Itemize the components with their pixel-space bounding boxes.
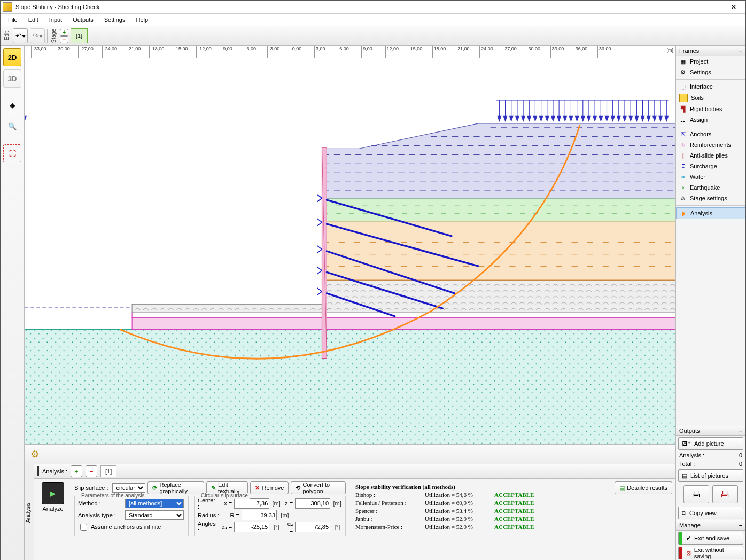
r-label: R = [226, 512, 239, 518]
view-3d-button[interactable]: 3D [3, 69, 21, 88]
edit-group-label: Edit [3, 30, 11, 41]
app-icon [3, 2, 12, 12]
reinf-icon: ≋ [679, 141, 687, 149]
right-sidebar: Frames– ▦Project ⚙Settings ⬚Interface So… [675, 46, 745, 560]
frame-assign[interactable]: ☷Assign [676, 114, 745, 125]
params-legend: Parameters of the analysis [79, 493, 146, 499]
svg-rect-2 [132, 313, 675, 317]
canvas-footer: ⚙ [25, 444, 675, 464]
analysis-type-select[interactable]: Standard [125, 510, 184, 520]
center-label: Center : [198, 497, 219, 510]
titlebar: Slope Stability - Sheeting Check ✕ [1, 1, 745, 14]
add-analysis-button[interactable]: + [71, 465, 82, 477]
detailed-results-button[interactable]: ▤Detailed results [615, 481, 672, 494]
menu-help[interactable]: Help [130, 15, 153, 25]
add-stage-button[interactable]: + [60, 29, 68, 36]
remove-analysis-button[interactable]: − [86, 465, 97, 477]
model-canvas[interactable] [25, 58, 675, 444]
angle1-input[interactable] [234, 522, 269, 532]
frame-anti-slide-piles[interactable]: ‖Anti-slide piles [676, 150, 745, 161]
manage-minimize-icon[interactable]: – [739, 522, 742, 528]
outputs-minimize-icon[interactable]: – [739, 427, 742, 434]
x-icon: ⊠ [686, 550, 691, 557]
surcharge-icon: ↧ [679, 162, 687, 170]
analyze-button[interactable]: ▸ Analyze [37, 482, 69, 557]
center-x-input[interactable] [234, 498, 269, 509]
svg-rect-1 [132, 317, 675, 330]
exit-save-button[interactable]: ✔Exit and save [678, 532, 743, 545]
pan-button[interactable]: ✥ [4, 97, 21, 114]
x-label: x = [221, 500, 232, 507]
convert-polygon-button[interactable]: ⟲Convert to polygon [291, 481, 346, 494]
frame-rigid-bodies[interactable]: ▜Rigid bodies [676, 104, 745, 114]
undo-button[interactable]: ↶▾ [13, 28, 28, 43]
svg-rect-6 [132, 304, 329, 313]
zoom-fit-button[interactable]: ⛶ [3, 144, 21, 162]
radius-input[interactable] [242, 510, 277, 520]
main-toolbar: Edit ↶▾ ↷▾ Stage + − [1] [1, 26, 745, 46]
method-select[interactable]: [all methods] [125, 499, 184, 508]
assume-anchors-checkbox[interactable] [80, 524, 87, 531]
menu-input[interactable]: Input [44, 15, 67, 25]
remove-slip-button[interactable]: ✕Remove [250, 481, 289, 494]
unit-deg2: [°] [332, 524, 342, 530]
add-picture-button[interactable]: 🖼⁺Add picture [678, 437, 743, 450]
menu-settings[interactable]: Settings [99, 15, 131, 25]
frame-anchors[interactable]: ⇱Anchors [676, 129, 745, 139]
gear-icon: ⚙ [679, 68, 687, 76]
zoom-button[interactable]: 🔍 [4, 118, 21, 135]
a1-label: α₁ = [221, 524, 232, 531]
unit-m2: [m] [332, 500, 342, 507]
frame-earthquake[interactable]: ⌖Earthquake [676, 182, 745, 193]
list-pictures-button[interactable]: ▤List of pictures [678, 469, 743, 482]
angle2-input[interactable] [295, 522, 330, 532]
circular-legend: Circular slip surface [199, 493, 250, 499]
unit-m3: [m] [279, 512, 291, 518]
slip-surface-label: Slip surface : [74, 485, 110, 491]
outputs-total-row: Total :0 [676, 460, 745, 468]
menu-file[interactable]: File [3, 15, 23, 25]
outputs-header: Outputs– [676, 426, 745, 436]
panel-side-label: Analysis [25, 464, 34, 560]
unit-deg: [°] [271, 524, 281, 530]
exit-no-save-button[interactable]: ⊠Exit without saving [678, 547, 743, 559]
remove-stage-button[interactable]: − [60, 36, 68, 43]
frame-water[interactable]: ≈Water [676, 172, 745, 182]
copy-icon: ⧉ [682, 510, 686, 517]
frame-settings[interactable]: ⚙Settings [676, 67, 745, 77]
frame-stage-settings[interactable]: ⛭Stage settings [676, 193, 745, 204]
print-button-2[interactable]: 🖶 [712, 485, 738, 503]
close-button[interactable]: ✕ [724, 3, 743, 11]
angles-label: Angles : [198, 520, 219, 533]
analyze-icon: ▸ [42, 482, 64, 504]
assign-icon: ☷ [679, 116, 687, 123]
print-button-1[interactable]: 🖶 [683, 485, 709, 503]
menu-edit[interactable]: Edit [23, 15, 44, 25]
ruler: -33,00-30,00-27,00-24,00-21,00-18,00-15,… [25, 46, 675, 58]
replace-graphically-button[interactable]: ⟳Replace graphically [147, 481, 204, 494]
svg-rect-25 [25, 330, 675, 444]
frame-interface[interactable]: ⬚Interface [676, 81, 745, 92]
frame-project[interactable]: ▦Project [676, 56, 745, 67]
frames-minimize-icon[interactable]: – [739, 48, 742, 54]
redo-button[interactable]: ↷▾ [30, 28, 45, 43]
stage-tab-1[interactable]: [1] [71, 28, 88, 43]
center-z-input[interactable] [295, 498, 330, 509]
view-2d-button[interactable]: 2D [3, 48, 21, 66]
frame-soils[interactable]: Soils [676, 92, 745, 104]
stage-group-label: Stage [50, 28, 58, 44]
gear-icon[interactable]: ⚙ [28, 447, 42, 461]
analysis-tab-1[interactable]: [1] [100, 465, 116, 477]
frame-analysis[interactable]: ◗Analysis [676, 207, 745, 219]
copy-view-button[interactable]: ⧉Copy view [678, 507, 743, 519]
frame-reinforcements[interactable]: ≋Reinforcements [676, 139, 745, 150]
radius-label: Radius : [198, 512, 223, 518]
analysis-type-label: Analysis type : [78, 512, 123, 518]
menubar: File Edit Input Outputs Settings Help [1, 14, 745, 26]
window-title: Slope Stability - Sheeting Check [15, 4, 724, 10]
interface-icon: ⬚ [679, 83, 687, 90]
frame-surcharge[interactable]: ↧Surcharge [676, 161, 745, 172]
menu-outputs[interactable]: Outputs [67, 15, 99, 25]
slip-surface-select[interactable]: circular [112, 483, 145, 493]
outputs-analysis-row: Analysis :0 [676, 451, 745, 460]
